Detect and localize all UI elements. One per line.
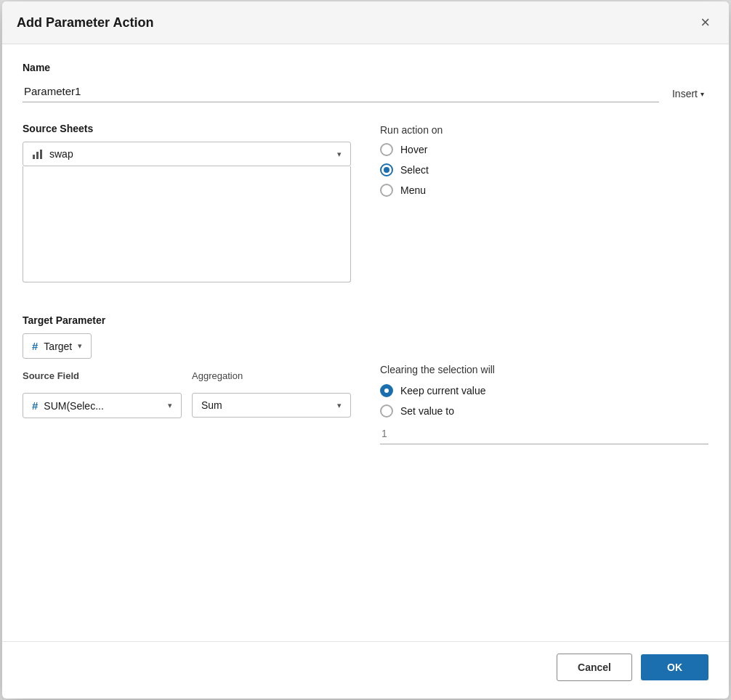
target-parameter-label: Target Parameter [23, 314, 351, 326]
source-sheets-dropdown[interactable]: swap ▾ [23, 142, 351, 166]
source-field-label: Source Field [23, 370, 182, 381]
target-parameter-dropdown[interactable]: # Target ▾ [23, 333, 92, 359]
insert-button[interactable]: Insert ▾ [668, 85, 708, 102]
name-label: Name [23, 62, 708, 73]
run-action-hover[interactable]: Hover [380, 143, 708, 156]
svg-rect-0 [33, 155, 35, 159]
source-sheets-label: Source Sheets [23, 123, 351, 134]
aggregation-arrow: ▾ [337, 401, 342, 410]
set-value-input[interactable] [380, 423, 708, 444]
cancel-button[interactable]: Cancel [557, 654, 632, 681]
dialog-header: Add Parameter Action × [2, 1, 729, 44]
main-grid: Source Sheets swap ▾ [23, 123, 708, 624]
right-column: Run action on Hover Select Menu [380, 123, 708, 624]
select-radio-label: Select [400, 164, 429, 176]
source-sheets-arrow: ▾ [337, 150, 342, 159]
menu-radio-circle [380, 184, 393, 197]
clearing-keep-current[interactable]: Keep current value [380, 384, 708, 397]
set-radio-label: Set value to [400, 405, 454, 417]
name-row: Insert ▾ [23, 81, 708, 102]
add-parameter-action-dialog: Add Parameter Action × Name Insert ▾ Sou… [2, 1, 729, 699]
clearing-set-value[interactable]: Set value to [380, 404, 708, 418]
keep-radio-circle [380, 384, 393, 397]
close-button[interactable]: × [696, 13, 714, 32]
aggregation-value: Sum [201, 399, 331, 411]
dialog-title: Add Parameter Action [17, 15, 153, 30]
keep-radio-label: Keep current value [400, 385, 486, 396]
insert-chevron-icon: ▾ [700, 90, 704, 98]
ok-button[interactable]: OK [641, 654, 708, 680]
name-section: Name Insert ▾ [23, 62, 708, 102]
svg-rect-1 [36, 152, 39, 159]
clearing-label: Clearing the selection will [380, 364, 708, 375]
source-sheets-section: Source Sheets swap ▾ [23, 123, 351, 282]
source-sheets-value: swap [49, 148, 331, 160]
source-field-section: Source Field Aggregation # SUM(Selec... … [23, 370, 351, 418]
clearing-section: Clearing the selection will Keep current… [380, 364, 708, 444]
run-action-section: Run action on Hover Select Menu [380, 124, 708, 197]
hover-radio-circle [380, 143, 393, 156]
sheets-list [23, 166, 351, 282]
clearing-radio-group: Keep current value Set value to [380, 384, 708, 418]
aggregation-dropdown[interactable]: Sum ▾ [192, 393, 351, 418]
run-action-radio-group: Hover Select Menu [380, 143, 708, 197]
source-field-hash-icon: # [32, 399, 38, 412]
select-radio-circle [380, 163, 393, 176]
source-field-value: SUM(Selec... [44, 400, 162, 412]
svg-rect-2 [40, 150, 42, 159]
dialog-footer: Cancel OK [2, 641, 729, 699]
target-parameter-arrow: ▾ [78, 341, 82, 351]
sub-labels-row: Source Field Aggregation [23, 370, 351, 388]
name-input[interactable] [23, 81, 659, 102]
set-radio-circle [380, 404, 393, 418]
left-column: Source Sheets swap ▾ [23, 123, 351, 624]
chart-icon [32, 148, 44, 160]
menu-radio-label: Menu [400, 184, 426, 196]
run-action-menu[interactable]: Menu [380, 184, 708, 197]
dialog-body: Name Insert ▾ Source Sheets [2, 44, 729, 641]
source-field-arrow: ▾ [168, 401, 172, 410]
insert-label: Insert [672, 88, 698, 99]
run-action-select[interactable]: Select [380, 163, 708, 176]
hover-radio-label: Hover [400, 144, 427, 155]
target-parameter-value: Target [44, 341, 72, 352]
run-action-label: Run action on [380, 124, 708, 136]
aggregation-label: Aggregation [192, 370, 351, 384]
target-hash-icon: # [32, 340, 38, 352]
source-field-dropdown[interactable]: # SUM(Selec... ▾ [23, 393, 182, 418]
target-parameter-section: Target Parameter # Target ▾ [23, 314, 351, 359]
field-row: # SUM(Selec... ▾ Sum ▾ [23, 393, 351, 418]
